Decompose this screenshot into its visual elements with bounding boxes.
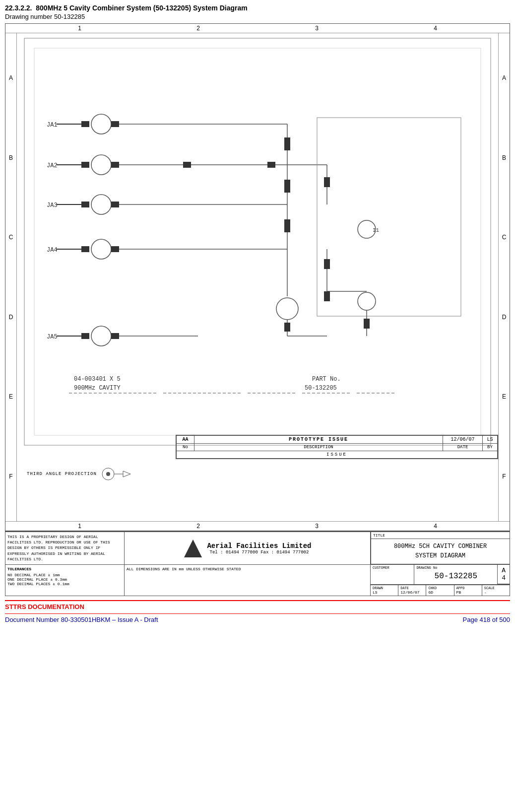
- svg-text:04-003401 X 5: 04-003401 X 5: [74, 376, 121, 383]
- company-block: Aerial Facilities Limited Tel : 01494 77…: [125, 532, 371, 564]
- issue-date-aa: 12/06/07: [443, 436, 483, 444]
- svg-text:PART No.: PART No.: [312, 376, 341, 383]
- svg-rect-37: [284, 137, 290, 150]
- side-labels-right: A B C D E F: [498, 33, 510, 521]
- scale-label: SCALE: [484, 586, 508, 590]
- svg-rect-39: [284, 180, 290, 193]
- doc-number: Document Number 80-330501HBKM – Issue A …: [5, 616, 158, 623]
- grid-bottom-4: 4: [434, 523, 437, 530]
- page-info: Page 418 of 500: [463, 616, 510, 623]
- title-value: 800MHz 5CH CAVITY COMBINERSYSTEM DIAGRAM: [371, 539, 510, 564]
- title-info-block: TITLE 800MHz 5CH CAVITY COMBINERSYSTEM D…: [371, 532, 510, 564]
- svg-text:JA3: JA3: [47, 202, 58, 209]
- svg-rect-41: [284, 219, 290, 232]
- issue-no-header: No: [177, 444, 194, 451]
- grid-bottom-2: 2: [196, 523, 200, 530]
- issue-row-aa: AA PROTOTYPE ISSUE 12/06/07 LS: [177, 436, 498, 444]
- label-B-left: B: [9, 154, 13, 161]
- svg-rect-14: [183, 162, 191, 168]
- issue-no-aa: AA: [177, 436, 194, 444]
- issue-row-label: ISSUE: [177, 451, 498, 459]
- svg-text:50-132205: 50-132205: [305, 385, 337, 392]
- footer-bottom: Document Number 80-330501HBKM – Issue A …: [5, 613, 510, 623]
- grid-bottom-3: 3: [315, 523, 319, 530]
- drawing-wrapper: 1 2 3 4 A B C D E F: [5, 23, 510, 596]
- issue-row-header: No DESCRIPTION DATE BY: [177, 444, 498, 451]
- drawing-body: A B C D E F JA1: [5, 33, 510, 521]
- tolerance-2: ONE DECIMAL PLACE ± 0.3mm: [7, 577, 122, 582]
- svg-text:JA1: JA1: [47, 122, 58, 129]
- svg-text:I1: I1: [373, 227, 380, 233]
- issue-table-wrapper: AA PROTOTYPE ISSUE 12/06/07 LS No DESCRI…: [176, 435, 498, 459]
- chkd-label: CHKD: [428, 586, 451, 590]
- svg-point-55: [358, 292, 376, 310]
- company-tel: Tel : 01494 777000 Fax : 01494 777002: [207, 550, 311, 555]
- label-A-left: A: [9, 74, 13, 81]
- drawn-value: LS: [373, 590, 396, 595]
- issue-date-header: DATE: [443, 444, 483, 451]
- tolerances-block: TOLERANCES NO DECIMAL PLACE ± 1mm ONE DE…: [5, 565, 125, 596]
- main-content: JA1 JA2: [17, 33, 498, 521]
- issue-desc-header: DESCRIPTION: [194, 444, 443, 451]
- label-F-right: F: [502, 473, 506, 480]
- label-E-left: E: [9, 393, 13, 400]
- side-labels-left: A B C D E F: [5, 33, 17, 521]
- svg-rect-22: [111, 202, 119, 207]
- tolerance-3: TWO DECIMAL PLACES ± 0.1mm: [7, 582, 122, 586]
- svg-marker-72: [184, 540, 202, 557]
- diagram-title: 800MHz 5 Cavity Combiner System (50-1322…: [36, 4, 247, 12]
- svg-rect-45: [284, 323, 290, 332]
- svg-rect-6: [111, 121, 119, 127]
- svg-rect-32: [81, 333, 89, 339]
- svg-point-21: [91, 195, 111, 214]
- appd-value: PB: [456, 590, 480, 595]
- svg-point-43: [276, 298, 298, 320]
- drawing-no-value: 50-132285: [416, 570, 495, 583]
- grid-top-2: 2: [196, 25, 200, 32]
- label-C-right: C: [502, 234, 507, 241]
- label-E-right: E: [502, 393, 506, 400]
- section-number: 22.3.2.2.: [5, 4, 32, 12]
- grid-top-4: 4: [434, 25, 437, 32]
- customer-label: CUSTOMER: [373, 566, 412, 570]
- tolerances-header: TOLERANCES: [7, 567, 122, 571]
- svg-point-5: [91, 114, 111, 134]
- issue-by-header: BY: [483, 444, 498, 451]
- customer-drawing-block: CUSTOMER DRAWING No 50-132285 A4: [371, 565, 510, 596]
- chkd-value: GD: [428, 590, 451, 595]
- svg-point-11: [91, 155, 111, 175]
- svg-rect-34: [111, 333, 119, 339]
- appd-label: APPD: [456, 586, 480, 590]
- label-D-right: D: [502, 314, 507, 321]
- label-A-right: A: [502, 74, 506, 81]
- company-logo-triangle: [183, 539, 203, 558]
- svg-rect-52: [324, 259, 330, 269]
- projection-label: THIRD ANGLE PROJECTION: [27, 472, 97, 476]
- scale-cell: SCALE -: [482, 585, 510, 596]
- svg-text:JA5: JA5: [47, 334, 58, 340]
- drawing-number: Drawing number 50-132285: [5, 13, 510, 20]
- tolerances-row: TOLERANCES NO DECIMAL PLACE ± 1mm ONE DE…: [5, 564, 510, 596]
- date-label: DATE: [400, 586, 424, 590]
- drawing-no-label: DRAWING No: [416, 566, 495, 570]
- date-cell: DATE 12/06/07: [398, 585, 426, 596]
- svg-point-27: [91, 239, 111, 259]
- svg-rect-20: [81, 202, 89, 207]
- svg-point-33: [91, 326, 111, 346]
- scale-value: -: [484, 590, 508, 595]
- issue-desc-aa: PROTOTYPE ISSUE: [194, 436, 443, 444]
- projection-area: THIRD ANGLE PROJECTION: [27, 467, 135, 481]
- customer-cell: CUSTOMER: [371, 565, 414, 584]
- chkd-cell: CHKD GD: [426, 585, 454, 596]
- svg-rect-4: [81, 121, 89, 127]
- appd-cell: APPD PB: [454, 585, 482, 596]
- svg-rect-50: [324, 177, 330, 187]
- proprietary-text: THIS IS A PROPRIETARY DESIGN OF AERIAL F…: [5, 532, 125, 564]
- svg-text:900MHz CAVITY: 900MHz CAVITY: [74, 385, 121, 392]
- drawn-cell: DRAWN LS: [371, 585, 398, 596]
- title-label: TITLE: [371, 532, 510, 539]
- label-C-left: C: [9, 234, 13, 241]
- label-F-left: F: [9, 473, 12, 480]
- company-logo: Aerial Facilities Limited Tel : 01494 77…: [183, 539, 311, 558]
- svg-text:JA2: JA2: [47, 162, 58, 169]
